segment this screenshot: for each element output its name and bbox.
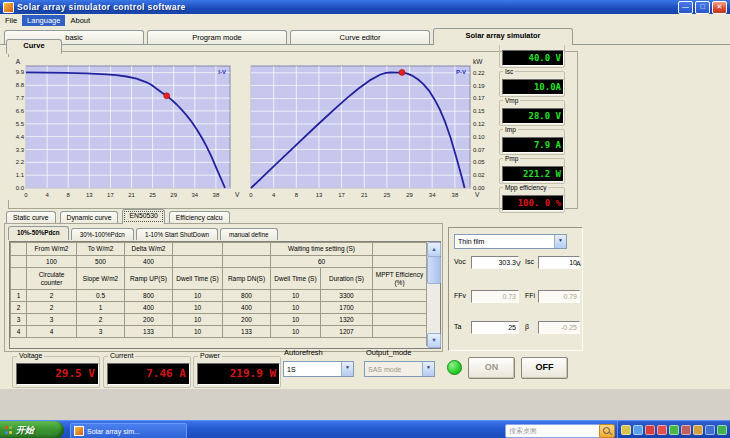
range-value-cell[interactable] — [173, 256, 223, 268]
svg-text:0: 0 — [24, 192, 28, 198]
maximize-icon[interactable]: □ — [695, 1, 710, 14]
table-scrollbar[interactable]: ▲▼ — [426, 242, 440, 346]
windows-logo-icon — [5, 426, 13, 434]
range-value-cell[interactable] — [223, 256, 271, 268]
tab-solar-array-simulator[interactable]: Solar array simulator — [433, 28, 573, 45]
table-data-cell[interactable]: 1320 — [321, 314, 373, 326]
tab-program-mode[interactable]: Program mode — [147, 30, 287, 45]
table-data-cell[interactable]: 10 — [173, 290, 223, 302]
table-data-cell[interactable] — [373, 326, 427, 338]
table-data-cell[interactable]: 133 — [223, 326, 271, 338]
table-data-cell[interactable]: 10 — [271, 290, 321, 302]
measurement-label: Mpp efficiency — [503, 184, 548, 191]
range-value-cell[interactable]: 60 — [271, 256, 373, 268]
autorefresh-label: Autorefresh — [284, 348, 323, 357]
table-data-cell[interactable]: 10 — [271, 314, 321, 326]
row-number: 1 — [11, 290, 27, 302]
table-data-cell[interactable]: 4 — [27, 326, 77, 338]
table-data-cell[interactable]: 10 — [173, 302, 223, 314]
table-data-cell[interactable] — [373, 290, 427, 302]
table-data-cell[interactable]: 2 — [27, 302, 77, 314]
table-data-cell[interactable]: 10 — [173, 314, 223, 326]
autorefresh-dropdown[interactable]: 1S ▼ — [283, 361, 354, 377]
tab-1-10-start-shutdown[interactable]: 1-10% Start ShutDown — [136, 228, 218, 240]
table-data-cell[interactable] — [373, 302, 427, 314]
table-data-cell[interactable]: 800 — [125, 290, 173, 302]
media-icon[interactable] — [645, 425, 655, 435]
off-button[interactable]: OFF — [521, 357, 568, 379]
table-data-cell[interactable]: 10 — [173, 326, 223, 338]
menu-language[interactable]: Language — [22, 15, 65, 26]
search-button[interactable] — [599, 424, 615, 438]
scroll-down-icon[interactable]: ▼ — [427, 333, 441, 348]
shield-green-icon[interactable] — [717, 425, 727, 435]
table-data-cell[interactable]: 10 — [271, 302, 321, 314]
table-data-cell[interactable]: 10 — [271, 326, 321, 338]
param-label-: β — [525, 323, 529, 330]
range-value-cell[interactable]: 500 — [77, 256, 125, 268]
tab-curve[interactable]: Curve — [6, 39, 62, 54]
measurement-value: 7.9 A — [502, 137, 564, 153]
range-value-cell[interactable] — [373, 256, 427, 268]
table-data-cell[interactable]: 200 — [125, 314, 173, 326]
table-data-cell[interactable]: 1 — [77, 302, 125, 314]
scrollbar-thumb[interactable] — [427, 256, 441, 284]
measurement-voc: Voc40.0 V — [499, 42, 565, 68]
on-button[interactable]: ON — [468, 357, 515, 379]
menu-about[interactable]: About — [65, 15, 95, 26]
taskbar-task-button[interactable]: Solar array sim... — [70, 423, 187, 438]
tab-curve-editor[interactable]: Curve editor — [290, 30, 430, 45]
shield-blue-icon[interactable] — [705, 425, 715, 435]
alert-icon[interactable] — [657, 425, 667, 435]
table-data-cell[interactable]: 3300 — [321, 290, 373, 302]
sync-icon[interactable] — [693, 425, 703, 435]
minimize-icon[interactable]: — — [678, 1, 693, 14]
table-data-cell[interactable]: 800 — [223, 290, 271, 302]
table-data-cell[interactable]: 2 — [27, 290, 77, 302]
table-data-cell[interactable]: 3 — [77, 326, 125, 338]
volume-icon[interactable] — [621, 425, 631, 435]
range-value-cell[interactable]: 100 — [27, 256, 77, 268]
tab-en50530[interactable]: EN50530 — [122, 209, 164, 224]
module-type-dropdown[interactable]: Thin film ▼ — [454, 234, 567, 249]
tab-30-100-pdcn[interactable]: 30%-100%Pdcn — [71, 228, 134, 240]
output-mode-dropdown[interactable]: SAS mode ▼ — [364, 361, 435, 377]
search-input[interactable]: 搜索桌面 — [505, 424, 602, 438]
tool-icon[interactable] — [681, 425, 691, 435]
table-data-cell[interactable]: 3 — [27, 314, 77, 326]
start-label: 开始 — [16, 424, 34, 437]
svg-text:0.07: 0.07 — [473, 147, 485, 153]
table-data-cell[interactable]: 400 — [223, 302, 271, 314]
table-data-cell[interactable] — [373, 314, 427, 326]
chevron-down-icon[interactable]: ▼ — [554, 235, 566, 248]
table-data-cell[interactable]: 1207 — [321, 326, 373, 338]
svg-text:8: 8 — [67, 192, 71, 198]
menu-file[interactable]: File — [0, 15, 22, 26]
table-data-cell[interactable]: 400 — [125, 302, 173, 314]
chat-icon[interactable] — [669, 425, 679, 435]
param-input-ta[interactable] — [471, 321, 519, 334]
param-input-voc[interactable] — [471, 256, 519, 269]
chevron-down-icon[interactable]: ▼ — [341, 362, 353, 376]
solar-simulator-window: Solar array simulator control software —… — [0, 0, 730, 438]
readout-current: Current7.46 A — [103, 356, 191, 388]
scroll-up-icon[interactable]: ▲ — [427, 242, 441, 257]
table-data-cell[interactable]: 200 — [223, 314, 271, 326]
table-data-cell[interactable]: 133 — [125, 326, 173, 338]
table-data-cell[interactable]: 0.5 — [77, 290, 125, 302]
measurement-label: Vmp — [503, 97, 520, 104]
tab-10-50-pdcn[interactable]: 10%-50%Pdcn — [8, 226, 69, 240]
column-header-cell: Circulate counter — [27, 268, 77, 290]
table-data-cell[interactable]: 2 — [77, 314, 125, 326]
close-icon[interactable]: ✕ — [712, 1, 727, 14]
measurement-value: 10.0A — [502, 79, 564, 95]
start-button[interactable]: 开始 — [0, 421, 64, 438]
param-input-isc[interactable] — [538, 256, 580, 269]
svg-text:I-V: I-V — [218, 69, 226, 75]
range-value-cell[interactable]: 400 — [125, 256, 173, 268]
network-icon[interactable] — [633, 425, 643, 435]
svg-text:13: 13 — [316, 192, 323, 198]
table-data-cell[interactable]: 1700 — [321, 302, 373, 314]
tab-manual-define[interactable]: manual define — [220, 228, 278, 240]
svg-text:9.9: 9.9 — [16, 69, 25, 75]
